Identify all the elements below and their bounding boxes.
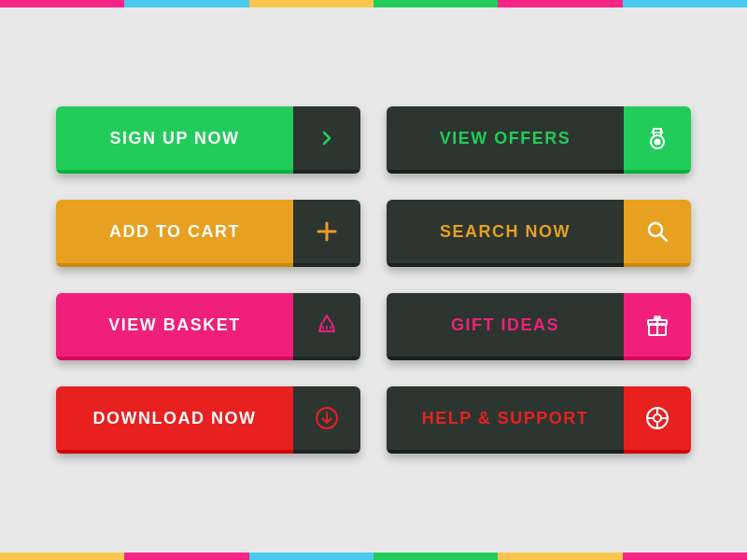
medal-icon	[624, 106, 691, 174]
view-basket-button[interactable]: VIEW BASKET	[56, 293, 360, 360]
svg-point-1	[655, 139, 661, 146]
search-now-button[interactable]: SEARCH NOW	[387, 200, 691, 267]
support-icon	[624, 386, 691, 454]
plus-icon	[293, 200, 360, 267]
download-now-button[interactable]: DOWNLOAD NOW	[56, 386, 360, 454]
gift-icon	[624, 293, 691, 360]
gift-ideas-button[interactable]: GIFT IDEAS	[387, 293, 691, 360]
help-support-button[interactable]: HELP & SUPPORT	[387, 386, 691, 454]
basket-icon	[293, 293, 360, 360]
top-color-bar	[0, 0, 747, 7]
add-to-cart-label: ADD TO CART	[56, 200, 293, 267]
help-support-label: HELP & SUPPORT	[387, 386, 624, 454]
gift-ideas-label: GIFT IDEAS	[387, 293, 624, 360]
search-icon	[624, 200, 691, 267]
sign-up-now-button[interactable]: SIGN UP NOW	[56, 106, 360, 174]
bottom-color-bar	[0, 553, 747, 560]
sign-up-now-label: SIGN UP NOW	[56, 106, 293, 174]
svg-point-15	[654, 414, 661, 422]
search-now-label: SEARCH NOW	[387, 200, 624, 267]
svg-line-5	[660, 234, 667, 241]
view-offers-label: VIEW OFFERS	[387, 106, 624, 174]
view-basket-label: VIEW BASKET	[56, 293, 293, 360]
add-to-cart-button[interactable]: ADD TO CART	[56, 200, 360, 267]
chevron-right-icon	[293, 106, 360, 174]
download-icon	[293, 386, 360, 454]
download-now-label: DOWNLOAD NOW	[56, 386, 293, 454]
buttons-grid: SIGN UP NOWVIEW OFFERSADD TO CARTSEARCH …	[56, 106, 691, 454]
view-offers-button[interactable]: VIEW OFFERS	[387, 106, 691, 174]
